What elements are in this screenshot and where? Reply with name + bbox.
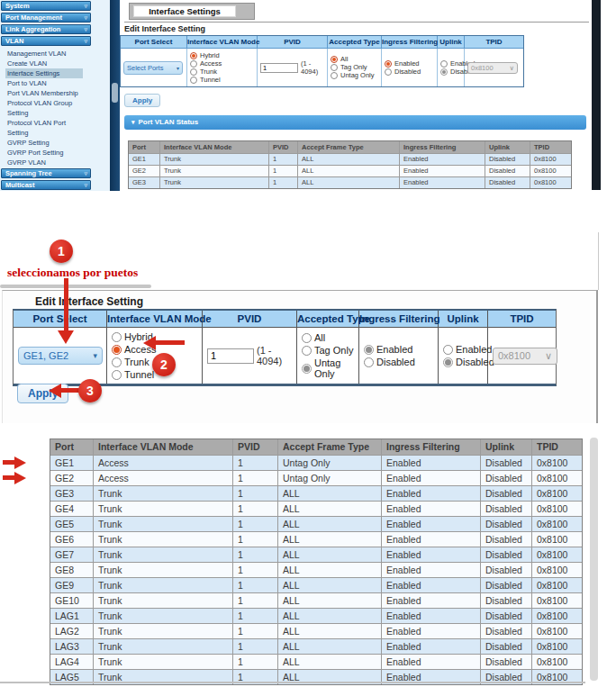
radio-button-icon	[302, 346, 312, 356]
radio-option-enabled[interactable]: Enabled	[440, 60, 461, 68]
table-row-ge10: GE10Trunk1ALLEnabledDisabled0x8100	[50, 593, 582, 609]
table-cell: ALL	[298, 154, 400, 165]
table-row-lag1: LAG1Trunk1ALLEnabledDisabled0x8100	[50, 609, 582, 624]
tpid-select[interactable]: 0x8100 ∨	[467, 62, 518, 74]
sidebar-item-port-vlan-membership[interactable]: Port VLAN Membership	[5, 88, 88, 98]
table-cell: 1	[233, 639, 278, 654]
sidebar-vlan-items: Management VLANCreate VLANInterface Sett…	[0, 49, 110, 177]
chevron-down-icon: ∨	[510, 64, 515, 72]
table-cell: 0x8100	[532, 563, 582, 577]
sidebar-group-label: Spanning Tree	[5, 169, 52, 177]
table-row-ge3: GE3Trunk1ALLEnabledDisabled0x8100	[129, 177, 571, 188]
sidebar-item-protocol-vlan-group-setting[interactable]: Protocol VLAN Group Setting	[5, 98, 88, 118]
table-cell: Enabled	[382, 532, 481, 547]
table-cell: 1	[233, 547, 278, 562]
sidebar-item-protocol-vlan-port-setting[interactable]: Protocol VLAN Port Setting	[5, 118, 88, 138]
radio-option-enabled[interactable]: Enabled	[385, 60, 434, 68]
table-cell: ALL	[278, 609, 382, 623]
sidebar-group-link-aggregation[interactable]: Link Aggregation▿	[1, 24, 91, 34]
table-cell: Disabled	[481, 471, 532, 485]
tpid-select[interactable]: 0x8100 ∨	[493, 348, 557, 365]
radio-option-enabled[interactable]: Enabled	[364, 344, 433, 355]
sidebar-group-port-management[interactable]: Port Management▿	[1, 13, 91, 23]
radio-option-all[interactable]: All	[302, 332, 354, 343]
table-cell: GE1	[50, 456, 94, 470]
sidebar-group-spanning-tree[interactable]: Spanning Tree▿	[1, 168, 91, 178]
radio-option-hybrid[interactable]: Hybrid	[190, 52, 254, 59]
radio-option-tag-only[interactable]: Tag Only	[302, 345, 354, 356]
column-header-ingress-filtering: Ingress Filtering	[382, 439, 481, 455]
table-row-ge1: GE1Access1Untag OnlyEnabledDisabled0x810…	[50, 456, 582, 471]
port-vlan-status-bar[interactable]: ▾Port VLAN Status	[124, 115, 586, 130]
sidebar-scrollbar-thumb[interactable]	[112, 83, 118, 103]
table-cell: Enabled	[382, 502, 481, 516]
sidebar-item-port-to-vlan[interactable]: Port to VLAN	[5, 78, 88, 88]
table-cell: Trunk	[94, 532, 233, 547]
arrow-3-head-icon	[49, 384, 61, 398]
sidebar-group-vlan[interactable]: VLAN▿	[1, 36, 91, 46]
table-row-ge8: GE8Trunk1ALLEnabledDisabled0x8100	[50, 563, 582, 578]
form-body-row: Select Ports ▾ HybridAccessTrunkTunnel (…	[121, 49, 523, 86]
radio-label: Enabled	[394, 60, 420, 68]
table-cell: 0x8100	[530, 166, 571, 176]
uplink-cell: EnabledDisabled	[439, 328, 488, 384]
tpid-cell: 0x8100 ∨	[488, 328, 556, 384]
panel-right-edge	[598, 232, 599, 290]
radio-option-untag-only[interactable]: Untag Only	[302, 357, 354, 379]
apply-button[interactable]: Apply	[124, 94, 160, 107]
table-cell: Trunk	[160, 166, 269, 176]
sidebar-item-create-vlan[interactable]: Create VLAN	[5, 59, 88, 68]
horizontal-scrollbar-fragment[interactable]	[0, 285, 151, 288]
table-cell: Disabled	[481, 563, 532, 577]
table-cell: Trunk	[94, 486, 233, 501]
radio-option-untag-only[interactable]: Untag Only	[331, 72, 378, 79]
chevron-down-icon: ▿	[84, 37, 87, 45]
table-cell: Disabled	[485, 166, 530, 176]
radio-label: Disabled	[376, 357, 415, 367]
port-vlan-result-table: PortInterface VLAN ModePVIDAccept Frame …	[50, 438, 583, 685]
sidebar-group-label: Multicast	[5, 181, 35, 189]
table-cell: 0x8100	[532, 486, 582, 501]
port-select-value: Select Ports	[127, 64, 163, 72]
table-cell: Enabled	[382, 624, 481, 638]
uplink-cell: EnabledDisabled	[438, 49, 465, 86]
port-vlan-status-table: PortInterface VLAN ModePVIDAccept Frame …	[128, 140, 572, 189]
accepted-type-cell: AllTag OnlyUntag Only	[328, 49, 382, 86]
chevron-down-icon: ▿	[84, 181, 87, 189]
sidebar-item-gvrp-vlan[interactable]: GVRP VLAN	[5, 158, 88, 167]
radio-option-disabled[interactable]: Disabled	[385, 68, 434, 76]
radio-label: Enabled	[376, 344, 412, 355]
sidebar-item-interface-settings[interactable]: Interface Settings	[5, 68, 83, 78]
pvid-input[interactable]	[207, 348, 254, 364]
radio-option-disabled[interactable]: Disabled	[443, 357, 483, 367]
table-cell: GE1	[129, 154, 160, 165]
radio-option-all[interactable]: All	[331, 56, 378, 63]
sidebar-item-gvrp-port-setting[interactable]: GVRP Port Setting	[5, 148, 88, 158]
table-cell: GE5	[50, 517, 94, 531]
sidebar-group-label: VLAN	[5, 37, 23, 45]
radio-option-trunk[interactable]: Trunk	[190, 68, 254, 76]
sidebar-group-system[interactable]: System▿	[1, 1, 91, 11]
table-cell: 1	[269, 177, 298, 188]
port-select-dropdown[interactable]: GE1, GE2 ▾	[18, 347, 103, 365]
sidebar-item-management-vlan[interactable]: Management VLAN	[5, 49, 88, 59]
annotation-step-3-badge: 3	[78, 379, 102, 402]
table-cell: 1	[233, 593, 278, 608]
column-header-interface-vlan-mode: Interface VLAN Mode	[187, 36, 258, 48]
pvid-input[interactable]	[260, 63, 298, 73]
column-header-pvid: PVID	[258, 36, 328, 48]
column-header-tpid: TPID	[530, 141, 571, 153]
sidebar-group-multicast[interactable]: Multicast▿	[1, 180, 91, 190]
radio-option-tag-only[interactable]: Tag Only	[331, 64, 378, 71]
arrow-1-head-icon	[58, 330, 74, 344]
sidebar-item-gvrp-setting[interactable]: GVRP Setting	[5, 138, 88, 148]
vertical-scrollbar[interactable]	[590, 438, 598, 681]
radio-option-disabled[interactable]: Disabled	[440, 68, 461, 76]
radio-option-disabled[interactable]: Disabled	[364, 357, 433, 367]
radio-option-access[interactable]: Access	[190, 60, 254, 68]
port-select-dropdown[interactable]: Select Ports ▾	[123, 61, 183, 75]
radio-option-tunnel[interactable]: Tunnel	[190, 77, 254, 84]
radio-option-enabled[interactable]: Enabled	[443, 344, 483, 355]
table-cell: LAG2	[50, 624, 94, 638]
ingress-filtering-cell: EnabledDisabled	[382, 49, 438, 86]
